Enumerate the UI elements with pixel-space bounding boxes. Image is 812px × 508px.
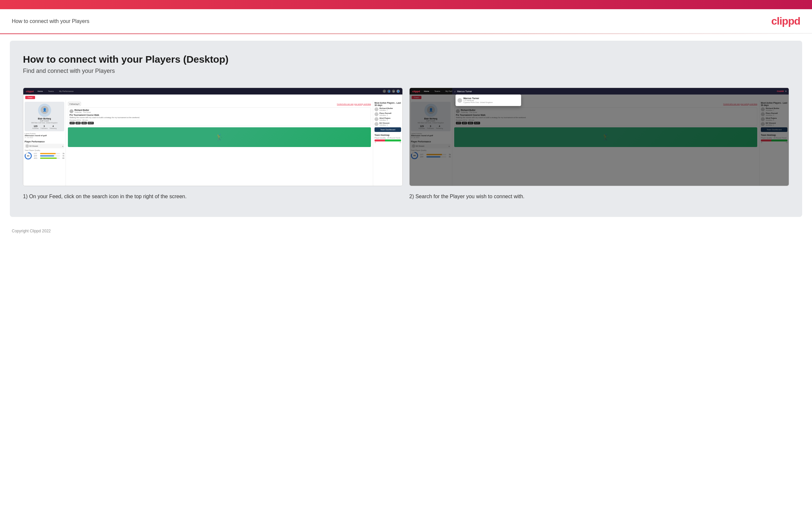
app-nav-myperformance[interactable]: My Performance (58, 90, 75, 92)
app-ui-1: clippd Home Teams My Performance ⌕ 👤 ⚙ 👤… (23, 88, 402, 186)
pl-act-hiral: Activities: 3 (379, 119, 390, 121)
quality-label-1: Total Player Quality (25, 149, 64, 151)
activity-title-1: Pre Tournament Course Walk (69, 114, 369, 116)
mini-arrow-1: ▾ (62, 145, 63, 147)
ott-label: OTT (34, 153, 39, 155)
search-clear-btn[interactable]: CLEAR (777, 90, 784, 92)
caption-2: 2) Search for the Player you wish to con… (409, 193, 789, 201)
quality-circle-1: 84 (25, 152, 32, 160)
dark-overlay (410, 94, 789, 186)
app-right-1: Most Active Players - Last 30 days Richa… (373, 100, 402, 186)
header-divider (0, 34, 812, 34)
profile-stats-1: 129 Activities 3 Followers 4 (26, 125, 63, 129)
following-btn-1[interactable]: Following ▾ (68, 102, 81, 106)
app-logo-2: clippd (412, 90, 420, 93)
search-icon-2: ⌕ (454, 90, 456, 93)
ott-num: 79 (61, 153, 64, 155)
avatar-icon: 👤 (396, 90, 400, 93)
logo: clippd (771, 15, 800, 27)
latest-activity-1: Latest Activity Afternoon round of golf … (25, 133, 64, 138)
heatmap-bar-1 (375, 139, 401, 141)
stat-following: 4 Following (50, 125, 57, 129)
arg-bar-row: ARG 84 (34, 157, 64, 159)
app-middle-1: Following ▾ Control who can see your act… (66, 100, 373, 186)
app-nav-teams-2[interactable]: Teams (433, 90, 442, 92)
stat-activities: 129 Activities (32, 125, 39, 129)
activity-card-1: Richard Butler Yesterday · The Grove Pre… (68, 107, 371, 126)
scale-max: +5 (399, 142, 401, 143)
search-icon[interactable]: ⌕ (383, 90, 386, 93)
profile-avatar-bg: 👤 (38, 104, 51, 117)
pl-avatar-piers (375, 112, 378, 116)
team-dash-btn-1[interactable]: Team Dashboard (375, 127, 401, 132)
search-result-1[interactable]: Marcus Turner 1.5 Handicap Cypress Point… (456, 96, 521, 105)
stat-activities-label: Activities (32, 127, 39, 129)
caption-1: 1) On your Feed, click on the search ico… (23, 193, 403, 201)
settings-icon: ⚙ (392, 90, 395, 93)
arg-fill (40, 158, 57, 159)
pl-item-richard: Richard Butler Activities: 7 (375, 107, 401, 111)
pl-item-hiral: Hiral Pujara Activities: 3 (375, 117, 401, 121)
following-label: Following (69, 103, 78, 105)
map-title-1: Most Active Players - Last 30 days (375, 102, 401, 106)
screenshot-col-1: clippd Home Teams My Performance ⌕ 👤 ⚙ 👤… (23, 88, 403, 201)
profile-club-1: Mill Ride Golf Club, United Kingdom (26, 122, 63, 124)
la-date-1: 27 Jul 2022 (25, 136, 64, 138)
stat-bars-1: OTT 79 APP 70 (34, 153, 64, 160)
activity-desc-1: Walking the course with my coach to buil… (69, 117, 369, 119)
stat-followers-label: Followers (41, 127, 48, 129)
player-perf-label-1: Player Performance (25, 140, 64, 143)
stat-followers: 3 Followers (41, 125, 48, 129)
pl-act-richard: Activities: 7 (379, 109, 393, 111)
app-nav-icons-1: ⌕ 👤 ⚙ 👤 (383, 90, 400, 93)
search-dropdown: Marcus Turner 1.5 Handicap Cypress Point… (456, 94, 521, 106)
pl-avatar-eli (375, 122, 378, 126)
feed-tab-1[interactable]: Feed (25, 96, 35, 99)
app-bar-row: APP 70 (34, 155, 64, 157)
hero-title: How to connect with your Players (Deskto… (23, 54, 789, 65)
app-nav-teams[interactable]: Teams (47, 90, 55, 92)
profile-area-1: 👤 Blair McHarg Golf Coach Mill Ride Golf… (25, 102, 64, 131)
pl-act-piers: Activities: 4 (379, 114, 391, 116)
arg-track (40, 158, 60, 159)
screenshot-box-2: clippd Home Teams My Performance ⌕ Marcu… (409, 88, 789, 186)
app-body-1: 👤 Blair McHarg Golf Coach Mill Ride Golf… (23, 100, 402, 186)
ott-track (40, 153, 60, 154)
search-bar-overlay: ⌕ Marcus Turner CLEAR × (452, 88, 789, 94)
stat-following-label: Following (50, 127, 57, 129)
header-title: How to connect with your Players (12, 18, 90, 24)
header: How to connect with your Players clippd (0, 9, 812, 34)
app-track (40, 155, 60, 157)
following-chevron: ▾ (78, 103, 79, 105)
screenshots-row: clippd Home Teams My Performance ⌕ 👤 ⚙ 👤… (23, 88, 789, 201)
duration-label-1: Duration (69, 119, 77, 121)
tag-putt: PUTT (88, 122, 94, 124)
search-close-btn[interactable]: × (785, 90, 787, 93)
control-link-1[interactable]: Control who can see your activity and da… (337, 103, 371, 105)
profile-name-1: Blair McHarg (26, 118, 63, 120)
app-nav-1: clippd Home Teams My Performance ⌕ 👤 ⚙ 👤 (23, 88, 402, 94)
app-nav-home[interactable]: Home (36, 90, 44, 92)
main-content: How to connect with your Players (Deskto… (10, 41, 802, 217)
player-list-1: Richard Butler Activities: 7 Piers Parne… (375, 107, 401, 126)
activity-duration-1: Duration 02 hr : 00 min (69, 119, 369, 121)
app-fill (40, 155, 54, 157)
heatmap-label-1: Team Heatmap (375, 134, 401, 136)
sr-club-1: Cypress Point Club, United Kingdom (463, 101, 492, 103)
search-input-text[interactable]: Marcus Turner (457, 90, 776, 92)
mini-avatar-1 (26, 144, 29, 148)
quality-score-1: 84 (26, 153, 31, 159)
arg-label: ARG (34, 157, 39, 159)
player-select-1[interactable]: Eli Vincent ▾ (25, 144, 64, 148)
pl-avatar-hiral (375, 117, 378, 121)
ott-bar-row: OTT 79 (34, 153, 64, 155)
app-nav-home-2[interactable]: Home (423, 90, 431, 92)
top-bar (0, 0, 812, 9)
pl-act-eli: Activities: 1 (379, 124, 390, 126)
pl-item-piers: Piers Parnell Activities: 4 (375, 112, 401, 116)
person-icon: 👤 (387, 90, 391, 93)
activity-header-1: Richard Butler Yesterday · The Grove (69, 109, 369, 113)
sr-avatar-1 (458, 98, 462, 103)
app-left-1: 👤 Blair McHarg Golf Coach Mill Ride Golf… (23, 100, 66, 186)
app-logo-1: clippd (26, 90, 34, 93)
